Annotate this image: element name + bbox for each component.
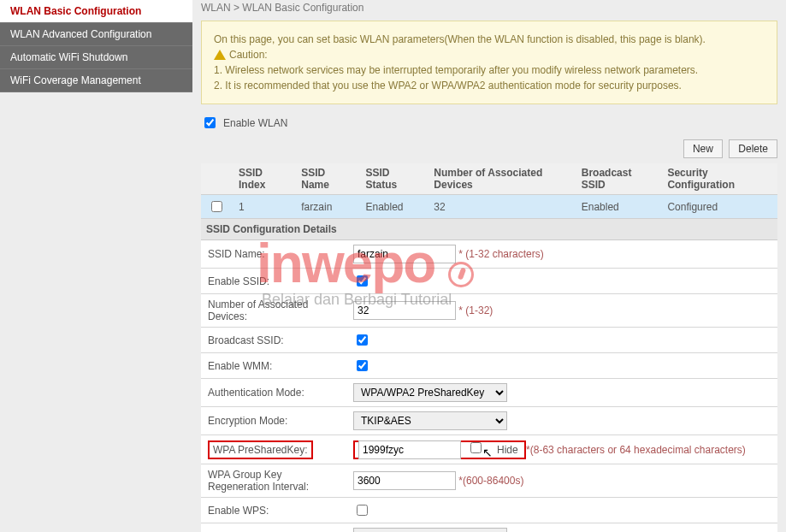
enable-ssid-label: Enable SSID:: [201, 269, 346, 294]
wps-label: Enable WPS:: [201, 498, 346, 523]
section-title: SSID Configuration Details: [201, 219, 777, 240]
wmm-label: Enable WMM:: [201, 353, 346, 379]
row-checkbox[interactable]: [211, 201, 222, 212]
notice-line2: 2. It is recommended that you use the WP…: [214, 78, 765, 93]
ssid-table: SSID Index SSID Name SSID Status Number …: [201, 163, 777, 219]
notice-box: On this page, you can set basic WLAN par…: [201, 21, 777, 104]
cell-index: 1: [232, 195, 294, 219]
enable-ssid-checkbox[interactable]: [357, 275, 368, 287]
cell-security: Configured: [660, 195, 777, 219]
ssid-name-hint: * (1-32 characters): [458, 248, 543, 260]
cursor-icon: ↖: [482, 446, 493, 459]
wmm-checkbox[interactable]: [357, 360, 368, 371]
cell-assoc: 32: [427, 195, 574, 219]
auth-mode-label: Authentication Mode:: [201, 379, 346, 407]
psk-hide-checkbox[interactable]: [470, 442, 482, 453]
broadcast-label: Broadcast SSID:: [201, 328, 346, 353]
sidebar-item-wlan-basic[interactable]: WLAN Basic Configuration: [0, 0, 192, 23]
psk-label: WPA PreSharedKey:: [208, 440, 313, 459]
main-content: WLAN > WLAN Basic Configuration On this …: [192, 0, 786, 532]
cell-status: Enabled: [358, 195, 427, 219]
ssid-name-label: SSID Name:: [201, 240, 346, 269]
th-broadcast: Broadcast SSID: [575, 163, 661, 195]
enc-mode-select[interactable]: TKIP&AES: [353, 411, 507, 430]
th-status: SSID Status: [358, 163, 427, 195]
enable-wlan-checkbox[interactable]: [204, 117, 216, 128]
sidebar-item-wlan-advanced[interactable]: WLAN Advanced Configuration: [0, 23, 192, 46]
assoc-hint: * (1-32): [458, 304, 493, 316]
psk-hint: *(8-63 characters or 64 hexadecimal char…: [526, 444, 746, 456]
new-button[interactable]: New: [683, 139, 723, 158]
page: WLAN Basic Configuration WLAN Advanced C…: [0, 0, 786, 532]
th-security: Security Configuration: [660, 163, 777, 195]
rekey-hint: *(600-86400s): [458, 475, 523, 487]
broadcast-checkbox[interactable]: [357, 334, 368, 346]
th-assoc: Number of Associated Devices: [427, 163, 574, 195]
rekey-label: WPA Group Key Regeneration Interval:: [201, 464, 346, 498]
assoc-input[interactable]: [353, 301, 456, 320]
auth-mode-select[interactable]: WPA/WPA2 PreSharedKey: [353, 383, 507, 402]
breadcrumb: WLAN > WLAN Basic Configuration: [201, 0, 777, 21]
cell-name: farzain: [294, 195, 358, 219]
rekey-input[interactable]: [353, 471, 456, 490]
th-index: SSID Index: [232, 163, 294, 195]
assoc-label: Number of Associated Devices:: [201, 294, 346, 328]
sidebar-item-auto-shutdown[interactable]: Automatic WiFi Shutdown: [0, 46, 192, 69]
warning-icon: [214, 50, 226, 60]
wps-mode-label: WPS Mode:: [201, 523, 346, 533]
sidebar: WLAN Basic Configuration WLAN Advanced C…: [0, 0, 192, 532]
psk-hide-label: Hide: [497, 444, 518, 456]
wps-checkbox[interactable]: [357, 505, 368, 516]
sidebar-item-wifi-coverage[interactable]: WiFi Coverage Management: [0, 69, 192, 92]
config-form: SSID Name: * (1-32 characters) Enable SS…: [201, 240, 777, 532]
delete-button[interactable]: Delete: [729, 139, 777, 158]
enable-wlan-label: Enable WLAN: [223, 117, 287, 129]
table-row[interactable]: 1 farzain Enabled 32 Enabled Configured: [201, 195, 777, 219]
cell-broadcast: Enabled: [575, 195, 661, 219]
wps-mode-select[interactable]: PBC: [353, 528, 507, 532]
ssid-name-input[interactable]: [353, 245, 456, 263]
notice-intro: On this page, you can set basic WLAN par…: [214, 32, 765, 47]
notice-caution: Caution:: [229, 47, 268, 62]
psk-input[interactable]: [358, 440, 461, 459]
enc-mode-label: Encryption Mode:: [201, 407, 346, 435]
th-name: SSID Name: [294, 163, 358, 195]
notice-line1: 1. Wireless network services may be inte…: [214, 62, 765, 78]
